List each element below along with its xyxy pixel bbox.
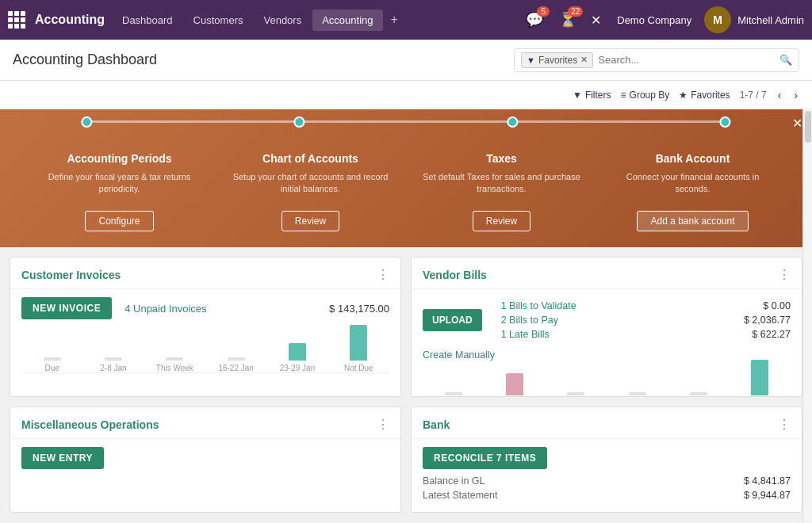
balance-gl-label: Balance in GL — [423, 475, 485, 487]
messages-count: 5 — [537, 6, 550, 17]
search-input[interactable] — [598, 54, 779, 66]
apps-icon[interactable] — [8, 11, 25, 29]
nav-item-accounting[interactable]: Accounting — [312, 10, 382, 31]
filter-close-icon[interactable]: ✕ — [580, 55, 588, 65]
bar-not-due-label: Not Due — [344, 364, 373, 372]
customer-invoices-chart: Due 2-8 Jan This Week 16-22 Jan — [21, 326, 389, 373]
customer-invoices-title: Customer Invoices — [21, 269, 121, 281]
bank-header: Bank ⋮ — [412, 407, 802, 439]
nav-item-customers[interactable]: Customers — [184, 10, 253, 31]
bar-16-22jan-bar — [228, 357, 245, 361]
vendor-bills-menu-icon[interactable]: ⋮ — [778, 267, 791, 282]
late-bills-amount: $ 622.27 — [752, 329, 791, 340]
bills-pay-link[interactable]: 2 Bills to Pay — [501, 315, 558, 326]
toolbar: ▼ Filters ≡ Group By ★ Favorites 1-7 / 7… — [0, 81, 812, 109]
step-1-button[interactable]: Configure — [85, 211, 153, 231]
create-manually-link[interactable]: Create Manually — [423, 349, 791, 361]
dashboard: Customer Invoices ⋮ NEW INVOICE 4 Unpaid… — [0, 247, 812, 522]
onboarding-step-4: Bank Account Connect your financial acco… — [597, 144, 788, 231]
bills-validate-link[interactable]: 1 Bills to Validate — [501, 300, 576, 311]
bar-23-29jan-label: 23-29 Jan — [280, 364, 315, 372]
activity-badge[interactable]: ⏳ 22 — [554, 8, 581, 32]
next-page-button[interactable]: › — [792, 89, 799, 101]
balance-gl-amount: $ 4,841.87 — [744, 475, 791, 487]
company-name[interactable]: Demo Company — [611, 11, 698, 29]
timeline — [81, 120, 730, 123]
reconcile-button[interactable]: RECONCILE 7 ITEMS — [423, 447, 547, 469]
vendor-stat-row-3: 1 Late Bills $ 622.27 — [501, 329, 791, 340]
bills-validate-amount: $ 0.00 — [763, 300, 791, 311]
vendor-stat-row-1: 1 Bills to Validate $ 0.00 — [501, 300, 791, 311]
step-2-button[interactable]: Review — [282, 211, 339, 231]
bar-this-week: This Week — [144, 357, 205, 372]
top-navigation: Accounting Dashboard Customers Vendors A… — [0, 0, 812, 40]
customer-invoices-header: Customer Invoices ⋮ — [10, 258, 400, 289]
user-name[interactable]: Mitchell Admin — [737, 14, 804, 26]
new-invoice-button[interactable]: NEW INVOICE — [21, 297, 112, 319]
onboarding-steps: Accounting Periods Define your fiscal ye… — [0, 128, 812, 231]
bar-due: Due — [21, 357, 82, 372]
step-3-desc: Set default Taxes for sales and purchase… — [419, 171, 584, 200]
latest-statement-amount: $ 9,944.87 — [744, 490, 791, 501]
prev-page-button[interactable]: ‹ — [776, 89, 783, 101]
vbar-due: Due — [423, 392, 484, 397]
unpaid-invoices-link[interactable]: 4 Unpaid Invoices — [124, 303, 206, 315]
close-icon[interactable]: ✕ — [588, 10, 604, 31]
bank-menu-icon[interactable]: ⋮ — [778, 417, 791, 432]
timeline-dot-3 — [507, 116, 518, 128]
add-bank-account-button[interactable]: Add a bank account — [637, 211, 748, 231]
bar-23-29jan: 23-29 Jan — [266, 343, 327, 372]
bar-2-8jan: 2-8 Jan — [82, 357, 144, 372]
upload-button[interactable]: UPLOAD — [423, 309, 482, 331]
vbar-2-8jan: 2-8 Jan — [484, 373, 545, 397]
avatar[interactable]: M — [704, 6, 731, 33]
page-title: Accounting Dashboard — [13, 52, 157, 68]
groupby-icon: ≡ — [621, 90, 626, 101]
new-entry-button[interactable]: NEW ENTRY — [21, 447, 104, 469]
bank-stat-row-2: Latest Statement $ 9,944.87 — [423, 490, 791, 501]
filters-button[interactable]: ▼ Filters — [573, 90, 611, 101]
vbar-16-22jan: 16-22 Jan — [607, 392, 668, 397]
bills-pay-amount: $ 2,036.77 — [744, 315, 791, 326]
latest-statement-label: Latest Statement — [423, 490, 498, 501]
favorites-label: Favorites — [691, 90, 730, 101]
misc-operations-header: Miscellaneous Operations ⋮ — [10, 407, 400, 439]
misc-operations-card: Miscellaneous Operations ⋮ NEW ENTRY — [10, 407, 401, 513]
messages-badge[interactable]: 💬 5 — [521, 8, 548, 32]
nav-menu: Dashboard Customers Vendors Accounting + — [113, 10, 521, 31]
nav-right-section: 💬 5 ⏳ 22 ✕ Demo Company M Mitchell Admin — [521, 6, 804, 33]
nav-item-vendors[interactable]: Vendors — [254, 10, 311, 31]
bar-this-week-bar — [166, 357, 183, 361]
search-icon[interactable]: 🔍 — [779, 54, 792, 66]
step-1-title: Accounting Periods — [36, 152, 202, 165]
vendor-stat-row-2: 2 Bills to Pay $ 2,036.77 — [501, 315, 791, 326]
filters-label: Filters — [585, 90, 611, 101]
avatar-initials: M — [713, 13, 722, 26]
favorites-button[interactable]: ★ Favorites — [679, 90, 730, 101]
bank-stat-row-1: Balance in GL $ 4,841.87 — [423, 475, 791, 487]
group-by-button[interactable]: ≡ Group By — [621, 90, 670, 101]
vendor-bills-actions: UPLOAD 1 Bills to Validate $ 0.00 2 Bill… — [423, 297, 791, 343]
page-count: 1-7 / 7 — [740, 90, 767, 101]
customer-invoices-body: NEW INVOICE 4 Unpaid Invoices $ 143,175.… — [10, 289, 400, 384]
onboarding-step-3: Taxes Set default Taxes for sales and pu… — [406, 144, 597, 231]
step-3-button[interactable]: Review — [473, 211, 530, 231]
bank-body: RECONCILE 7 ITEMS Balance in GL $ 4,841.… — [412, 439, 802, 512]
nav-item-dashboard[interactable]: Dashboard — [113, 10, 182, 31]
late-bills-link[interactable]: 1 Late Bills — [501, 329, 550, 340]
bank-card: Bank ⋮ RECONCILE 7 ITEMS Balance in GL $… — [411, 407, 802, 513]
activity-count: 22 — [568, 6, 583, 17]
customer-invoices-actions: NEW INVOICE 4 Unpaid Invoices $ 143,175.… — [21, 297, 389, 319]
customer-invoices-menu-icon[interactable]: ⋮ — [377, 267, 389, 282]
customer-invoices-card: Customer Invoices ⋮ NEW INVOICE 4 Unpaid… — [10, 257, 401, 397]
nav-add-icon[interactable]: + — [385, 10, 404, 30]
bar-16-22jan: 16-22 Jan — [205, 357, 266, 372]
app-logo[interactable]: Accounting — [8, 11, 105, 29]
star-icon: ★ — [679, 90, 688, 101]
search-bar: ▼ Favorites ✕ 🔍 — [514, 48, 799, 72]
unpaid-invoices-amount: $ 143,175.00 — [329, 303, 389, 315]
misc-operations-menu-icon[interactable]: ⋮ — [377, 417, 389, 432]
filter-tag[interactable]: ▼ Favorites ✕ — [521, 52, 593, 68]
vendor-bills-chart: Due 2-8 Jan This Week 16-22 Jan — [423, 361, 791, 397]
vendor-bills-title: Vendor Bills — [423, 269, 487, 281]
